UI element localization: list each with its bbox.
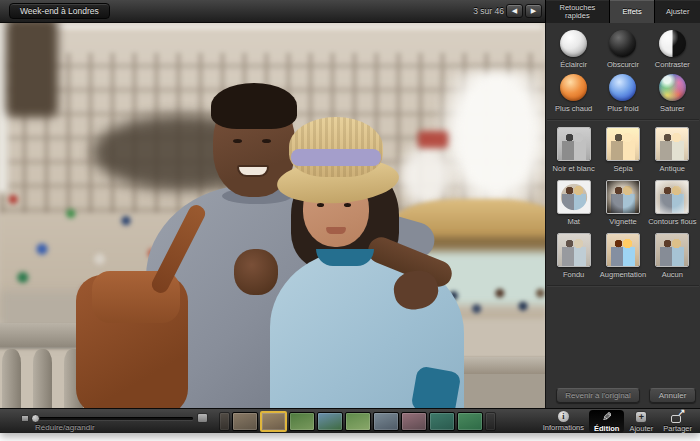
zoom-slider-track[interactable] <box>33 417 193 420</box>
preset-label: Sépia <box>613 164 632 173</box>
preset-aucun[interactable]: Aucun <box>648 233 697 279</box>
effect-label: Plus froid <box>607 104 638 113</box>
warmer-sphere-icon <box>560 74 587 101</box>
previous-photo-button[interactable]: ◀ <box>506 4 523 18</box>
filmstrip-thumb-8[interactable] <box>401 412 427 431</box>
share-arrow: ↗ <box>678 407 686 417</box>
next-arrow-icon: ▶ <box>531 7 536 14</box>
photo-woman-cuff <box>411 366 462 408</box>
preset-thumbnail <box>606 233 640 267</box>
filmstrip-thumb-3[interactable] <box>260 411 287 432</box>
photo-counter: 3 sur 46 <box>473 0 504 23</box>
filmstrip-thumb-5[interactable] <box>317 412 343 431</box>
filmstrip-thumb-9[interactable] <box>429 412 455 431</box>
toolbar-label: Partager <box>663 424 692 433</box>
effect-saturer-button[interactable]: Saturer <box>648 74 697 113</box>
zoom-slider-label: Réduire/agrandir <box>35 423 95 432</box>
toolbar-label: Informations <box>543 423 584 432</box>
preset-fondu[interactable]: Fondu <box>549 233 598 279</box>
tab-effets[interactable]: Effets <box>609 0 655 23</box>
info-icon: i <box>558 411 569 422</box>
filmstrip-thumb-4[interactable] <box>289 412 315 431</box>
add-icon: + <box>635 411 647 423</box>
zoom-control: Réduire/agrandir <box>0 409 215 433</box>
preset-augmentation[interactable]: Augmentation <box>598 233 647 279</box>
effect-plus-froid-button[interactable]: Plus froid <box>598 74 647 113</box>
photo-man-eye <box>262 139 271 143</box>
preset-thumbnail <box>557 180 591 214</box>
toolbar-edition[interactable]: ✎ Édition <box>589 410 624 433</box>
preset-label: Antique <box>660 164 685 173</box>
tab-retouches-rapides[interactable]: Retouches rapides <box>545 0 609 23</box>
effect-plus-chaud-button[interactable]: Plus chaud <box>549 74 598 113</box>
photo-baluster <box>2 349 21 408</box>
revert-to-original-button[interactable]: Revenir à l'original <box>556 388 640 403</box>
preset-label: Contours flous <box>648 217 696 226</box>
panel-divider <box>547 285 699 287</box>
filmstrip-thumb-1[interactable] <box>219 412 230 431</box>
preset-antique[interactable]: Antique <box>648 127 697 173</box>
filmstrip-thumb-10[interactable] <box>457 412 483 431</box>
filmstrip-thumb-2[interactable] <box>232 412 258 431</box>
edit-mode-tabs: Retouches rapides Effets Ajuster <box>545 0 700 23</box>
filmstrip-thumb-11[interactable] <box>485 412 496 431</box>
effect-label: Plus chaud <box>555 104 592 113</box>
preset-thumbnail <box>655 127 689 161</box>
photo-straw-hat-crown <box>289 117 383 177</box>
album-back-button[interactable]: Week-end à Londres <box>9 3 110 19</box>
preset-noir-et-blanc[interactable]: Noir et blanc <box>549 127 598 173</box>
pencil-icon: ✎ <box>602 411 612 423</box>
preset-thumbnail <box>655 180 689 214</box>
photo-baluster <box>33 349 52 408</box>
photo-nelson-column <box>6 23 58 117</box>
saturate-sphere-icon <box>659 74 686 101</box>
cancel-button[interactable]: Annuler <box>649 388 696 403</box>
photo-man-smile <box>237 165 269 177</box>
preset-label: Augmentation <box>600 270 646 279</box>
effect-eclaircir-button[interactable]: Éclaircir <box>549 30 598 69</box>
photo-woman-eye <box>317 203 324 207</box>
effect-label: Saturer <box>660 104 685 113</box>
next-photo-button[interactable]: ▶ <box>525 4 542 18</box>
photo-hat-band <box>291 149 381 166</box>
effect-spheres-grid: Éclaircir Obscurcir Contraster Plus chau… <box>546 23 700 113</box>
filmstrip <box>219 411 496 432</box>
effect-label: Obscurcir <box>607 60 639 69</box>
preset-label: Mat <box>567 217 580 226</box>
preset-sepia[interactable]: Sépia <box>598 127 647 173</box>
panel-action-buttons: Revenir à l'original Annuler <box>556 388 696 403</box>
preset-thumbnail <box>606 127 640 161</box>
screenshot: Week-end à Londres 3 sur 46 ◀ ▶ Retouche… <box>0 0 700 441</box>
preset-mat[interactable]: Mat <box>549 180 598 226</box>
effect-presets-grid: Noir et blanc Sépia Antique Mat Vignette <box>546 121 700 279</box>
prev-arrow-icon: ◀ <box>512 7 517 14</box>
toolbar-label: Édition <box>594 424 619 433</box>
effects-panel: Éclaircir Obscurcir Contraster Plus chau… <box>545 23 700 408</box>
toolbar-informations[interactable]: i Informations <box>538 409 589 433</box>
cooler-sphere-icon <box>609 74 636 101</box>
zoom-out-thumbnail-icon[interactable] <box>21 415 29 422</box>
preset-label: Fondu <box>563 270 584 279</box>
mode-toolbar: i Informations ✎ Édition + Ajouter ↗ Pa <box>538 409 697 433</box>
bottom-toolbar: Réduire/agrandir i Informations ✎ Éditio… <box>0 408 700 433</box>
filmstrip-thumb-6[interactable] <box>345 412 371 431</box>
effect-obscurcir-button[interactable]: Obscurcir <box>598 30 647 69</box>
photo-canvas[interactable] <box>0 23 545 408</box>
preset-label: Vignette <box>609 217 636 226</box>
photo-man-hair <box>211 83 297 129</box>
zoom-in-thumbnail-icon[interactable] <box>197 413 208 423</box>
tab-ajuster[interactable]: Ajuster <box>654 0 700 23</box>
zoom-slider-knob[interactable] <box>31 414 40 423</box>
lighten-sphere-icon <box>560 30 587 57</box>
filmstrip-thumb-7[interactable] <box>373 412 399 431</box>
toolbar-ajouter[interactable]: + Ajouter <box>624 409 658 433</box>
preset-contours-flous[interactable]: Contours flous <box>648 180 697 226</box>
photo-woman-eye <box>344 203 351 207</box>
toolbar-label: Ajouter <box>629 424 653 433</box>
photo-man-eye <box>233 139 242 143</box>
share-icon: ↗ <box>671 410 685 423</box>
effect-contraster-button[interactable]: Contraster <box>648 30 697 69</box>
photo-woman-collar <box>316 249 374 266</box>
toolbar-partager[interactable]: ↗ Partager <box>658 409 697 433</box>
preset-vignette[interactable]: Vignette <box>598 180 647 226</box>
